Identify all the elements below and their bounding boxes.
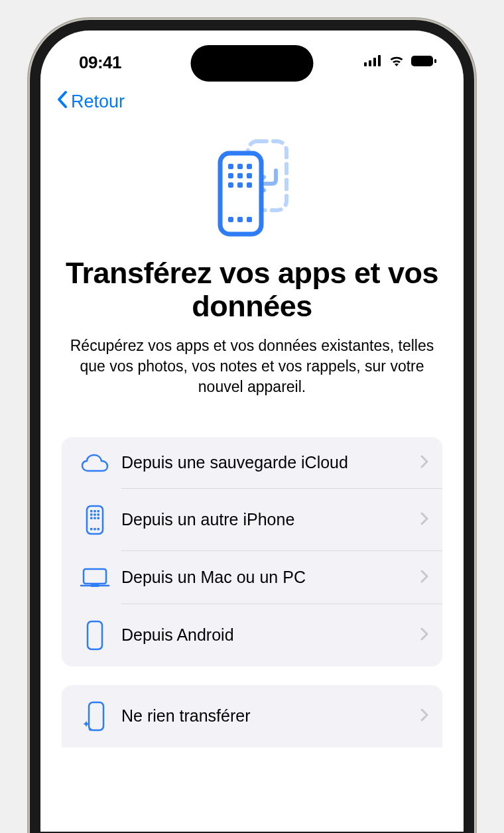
chevron-right-icon <box>420 708 429 725</box>
svg-rect-25 <box>94 513 96 516</box>
svg-rect-8 <box>228 164 233 169</box>
status-time: 09:41 <box>79 52 121 73</box>
option-icloud-backup[interactable]: Depuis une sauvegarde iCloud <box>62 437 442 489</box>
chevron-right-icon <box>420 627 429 644</box>
transfer-options-list: Depuis une sauvegarde iCloud <box>62 437 442 667</box>
back-label: Retour <box>71 92 125 112</box>
option-mac-pc[interactable]: Depuis un Mac ou un PC <box>62 551 442 604</box>
svg-rect-4 <box>411 56 433 66</box>
svg-rect-14 <box>228 182 233 188</box>
secondary-options-list: Ne rien transférer <box>62 685 442 747</box>
svg-rect-32 <box>97 528 100 531</box>
content: Transférez vos apps et vos données Récup… <box>40 119 464 747</box>
option-no-transfer[interactable]: Ne rien transférer <box>62 685 442 747</box>
wifi-icon <box>388 55 405 70</box>
transfer-hero-icon <box>62 139 442 238</box>
back-button[interactable]: Retour <box>56 90 125 113</box>
svg-rect-28 <box>94 517 96 519</box>
svg-rect-13 <box>247 173 252 178</box>
option-another-iphone[interactable]: Depuis un autre iPhone <box>62 489 442 551</box>
cellular-icon <box>364 55 383 70</box>
svg-rect-27 <box>90 517 93 519</box>
svg-rect-3 <box>378 55 381 66</box>
svg-rect-33 <box>84 569 106 584</box>
laptop-icon <box>78 567 112 588</box>
svg-rect-26 <box>97 513 100 516</box>
svg-rect-2 <box>373 58 376 66</box>
svg-rect-30 <box>90 528 93 531</box>
svg-rect-24 <box>90 513 93 516</box>
svg-rect-35 <box>89 702 103 730</box>
phone-frame: 09:41 <box>30 20 474 833</box>
svg-rect-22 <box>94 510 96 513</box>
svg-rect-9 <box>237 164 243 169</box>
svg-rect-21 <box>90 510 93 513</box>
cloud-icon <box>78 453 112 473</box>
page-subtitle: Récupérez vos apps et vos données exista… <box>62 336 442 397</box>
chevron-left-icon <box>56 90 68 113</box>
page-title: Transférez vos apps et vos données <box>62 257 442 324</box>
svg-rect-16 <box>247 182 252 188</box>
svg-rect-19 <box>247 217 252 222</box>
svg-rect-0 <box>364 62 367 66</box>
svg-rect-5 <box>434 59 436 63</box>
battery-icon <box>410 55 437 70</box>
svg-rect-29 <box>97 517 100 519</box>
screen: 09:41 <box>40 31 464 832</box>
phone-grid-icon <box>78 505 112 535</box>
phone-sparkle-icon <box>78 701 112 732</box>
svg-rect-11 <box>228 173 233 178</box>
svg-rect-1 <box>369 60 371 66</box>
phone-outline-icon <box>78 620 112 651</box>
chevron-right-icon <box>420 454 429 472</box>
svg-rect-31 <box>94 528 96 531</box>
dynamic-island <box>191 45 314 82</box>
status-icons <box>364 55 437 70</box>
chevron-right-icon <box>420 511 429 529</box>
svg-rect-23 <box>97 510 100 513</box>
option-label: Depuis un autre iPhone <box>121 510 420 529</box>
svg-rect-12 <box>237 173 243 178</box>
nav-bar: Retour <box>40 77 464 119</box>
svg-rect-34 <box>88 621 102 649</box>
svg-rect-17 <box>228 217 233 222</box>
option-label: Depuis Android <box>121 625 420 645</box>
option-label: Depuis un Mac ou un PC <box>121 568 420 587</box>
chevron-right-icon <box>420 569 429 586</box>
svg-rect-10 <box>247 164 252 169</box>
option-label: Depuis une sauvegarde iCloud <box>121 453 420 472</box>
option-label: Ne rien transférer <box>121 706 420 726</box>
svg-rect-15 <box>237 182 243 188</box>
option-android[interactable]: Depuis Android <box>62 604 442 667</box>
svg-rect-18 <box>237 217 243 222</box>
